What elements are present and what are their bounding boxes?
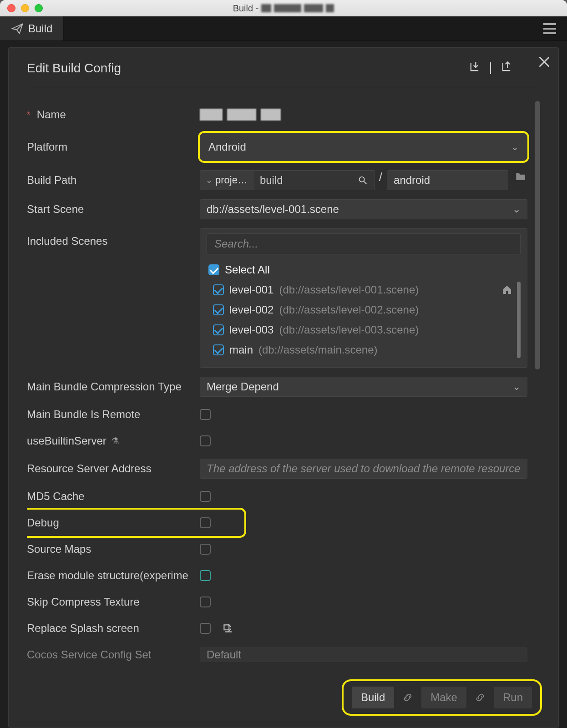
buildpath-build-input[interactable]: build bbox=[253, 170, 375, 190]
mac-titlebar: Build - bbox=[0, 0, 567, 16]
chevron-down-icon: ⌄ bbox=[206, 175, 213, 185]
compression-select[interactable]: Merge Depend ⌄ bbox=[200, 377, 527, 397]
buildpath-target-input[interactable]: android bbox=[387, 170, 508, 190]
window-title: Build - bbox=[0, 3, 567, 14]
flask-icon: ⚗ bbox=[111, 435, 119, 446]
folder-icon[interactable] bbox=[514, 170, 527, 182]
erase-label: Erase module structure(experime bbox=[27, 569, 200, 582]
search-icon[interactable] bbox=[358, 175, 368, 185]
cocos-select[interactable]: Default bbox=[200, 647, 527, 662]
edit-icon[interactable] bbox=[222, 622, 233, 634]
debug-label: Debug bbox=[27, 516, 200, 529]
chain-icon[interactable] bbox=[402, 692, 413, 703]
form-scrollbar[interactable] bbox=[535, 101, 540, 369]
builtin-checkbox[interactable] bbox=[200, 435, 211, 446]
divider bbox=[490, 62, 491, 74]
panel-title: Edit Build Config bbox=[27, 61, 121, 76]
included-scenes-box: Search... Select All bbox=[200, 228, 527, 368]
scene-row[interactable]: main (db://assets/main.scene) bbox=[211, 340, 514, 360]
run-button[interactable]: Run bbox=[494, 687, 532, 708]
scene-row[interactable]: level-002 (db://assets/level-002.scene) bbox=[211, 300, 514, 320]
erase-checkbox[interactable] bbox=[200, 570, 211, 581]
builtin-label: useBuiltinServer ⚗ bbox=[27, 435, 200, 447]
remote-checkbox[interactable] bbox=[200, 409, 211, 420]
scenes-search-input[interactable]: Search... bbox=[207, 233, 521, 254]
scene-checkbox[interactable] bbox=[213, 324, 224, 335]
chevron-down-icon: ⌄ bbox=[512, 203, 521, 215]
resource-input[interactable]: The address of the server used to downlo… bbox=[200, 459, 527, 479]
select-all-row[interactable]: Select All bbox=[207, 260, 521, 280]
name-label: Name bbox=[27, 108, 200, 121]
scene-checkbox[interactable] bbox=[213, 344, 224, 355]
close-icon[interactable] bbox=[537, 54, 552, 70]
path-separator: / bbox=[375, 170, 387, 190]
sourcemaps-label: Source Maps bbox=[27, 543, 200, 556]
md5-label: MD5 Cache bbox=[27, 490, 200, 503]
cocos-label: Cocos Service Config Set bbox=[27, 648, 200, 661]
buildpath-label: Build Path bbox=[27, 174, 200, 187]
name-input[interactable] bbox=[200, 106, 281, 124]
skipcompress-label: Skip Compress Texture bbox=[27, 596, 200, 608]
paper-plane-icon bbox=[11, 22, 24, 35]
scene-row[interactable]: level-001 (db://assets/level-001.scene) bbox=[211, 280, 514, 300]
scene-checkbox[interactable] bbox=[213, 284, 224, 295]
platform-select[interactable]: Android ⌄ bbox=[200, 133, 527, 161]
sourcemaps-checkbox[interactable] bbox=[200, 544, 211, 555]
scenes-scrollbar[interactable] bbox=[517, 282, 521, 358]
build-actions: Build Make Run bbox=[344, 681, 540, 714]
export-icon[interactable] bbox=[500, 61, 513, 76]
resource-label: Resource Server Address bbox=[27, 462, 200, 475]
app-window: Build - Build Edit Build Config bbox=[0, 0, 567, 728]
tab-build[interactable]: Build bbox=[0, 16, 64, 40]
skipcompress-checkbox[interactable] bbox=[200, 597, 211, 607]
edit-build-config-panel: Edit Build Config bbox=[8, 47, 559, 728]
chain-icon[interactable] bbox=[475, 692, 486, 703]
select-all-checkbox[interactable] bbox=[208, 264, 219, 275]
scene-row[interactable]: level-003 (db://assets/level-003.scene) bbox=[211, 320, 514, 340]
svg-point-0 bbox=[359, 177, 364, 182]
tab-bar: Build bbox=[0, 16, 567, 41]
scene-checkbox[interactable] bbox=[213, 304, 224, 315]
compression-label: Main Bundle Compression Type bbox=[27, 380, 200, 393]
md5-checkbox[interactable] bbox=[200, 491, 211, 502]
remote-label: Main Bundle Is Remote bbox=[27, 408, 200, 421]
splash-label: Replace Splash screen bbox=[27, 622, 200, 635]
chevron-down-icon: ⌄ bbox=[512, 381, 521, 393]
import-icon[interactable] bbox=[468, 61, 481, 76]
make-button[interactable]: Make bbox=[421, 687, 466, 708]
startscene-select[interactable]: db://assets/level-001.scene ⌄ bbox=[200, 199, 527, 219]
build-button[interactable]: Build bbox=[352, 687, 394, 708]
platform-label: Platform bbox=[27, 141, 200, 153]
debug-checkbox[interactable] bbox=[200, 517, 211, 528]
included-label: Included Scenes bbox=[27, 228, 200, 248]
splash-checkbox[interactable] bbox=[200, 623, 211, 634]
chevron-down-icon: ⌄ bbox=[511, 141, 519, 153]
buildpath-root-select[interactable]: ⌄ proje… bbox=[200, 170, 253, 190]
startscene-label: Start Scene bbox=[27, 203, 200, 216]
menu-icon[interactable] bbox=[543, 23, 556, 34]
home-icon bbox=[501, 284, 512, 295]
